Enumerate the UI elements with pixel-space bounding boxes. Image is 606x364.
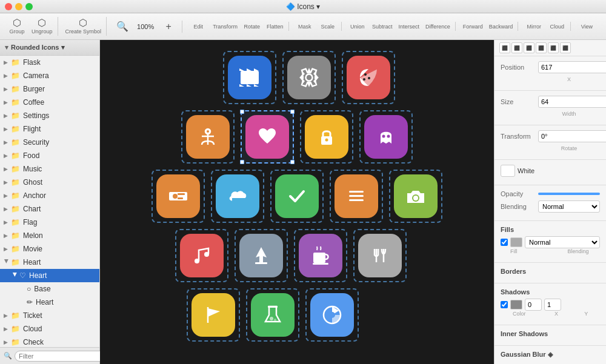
align-left-button[interactable]: ⬛ (499, 42, 510, 53)
svg-point-23 (173, 194, 178, 199)
sidebar-item-melon[interactable]: ▶ 📁 Melon (0, 229, 99, 242)
fill-blending-select[interactable]: Normal (525, 236, 600, 248)
intersect-button[interactable]: Intersect (396, 22, 422, 31)
sidebar-item-heart-shape[interactable]: ✏ Heart (0, 296, 99, 309)
sidebar-item-cloud[interactable]: ▶ 📁 Cloud (0, 322, 99, 336)
icon-cell-check[interactable] (270, 170, 324, 223)
sidebar-item-ticket[interactable]: ▶ 📁 Ticket (0, 309, 99, 322)
folder-icon: 📁 (11, 205, 20, 213)
search-input[interactable] (15, 351, 107, 362)
union-button[interactable]: Union (347, 22, 368, 31)
sidebar-item-movie[interactable]: ▶ 📁 Movie (0, 242, 99, 256)
align-bottom-button[interactable]: ⬛ (560, 42, 571, 53)
sidebar-item-music[interactable]: ▶ 📁 Music (0, 162, 99, 176)
icon-cell-movie[interactable] (223, 51, 276, 104)
gaussian-blur-section: Gaussian Blur ◈ (494, 346, 606, 364)
scale-button[interactable]: Scale (317, 22, 339, 31)
mirror-button[interactable]: Mirror (523, 22, 545, 31)
window-controls (5, 3, 33, 10)
icon-cell-music[interactable] (175, 229, 228, 282)
sidebar-item-chart[interactable]: ▶ 📁 Chart (0, 202, 99, 216)
sidebar-item-heart-group[interactable]: ▶ 📁 Heart (0, 256, 99, 269)
position-x-input[interactable] (538, 61, 606, 73)
icon-cell-flight[interactable] (235, 229, 288, 282)
sidebar-item-food[interactable]: ▶ 📁 Food (0, 149, 99, 162)
icon-cell-flask[interactable] (246, 288, 299, 342)
folder-icon: 📁 (11, 325, 20, 333)
rotate-input[interactable] (538, 130, 606, 142)
blending-select[interactable]: Normal (538, 200, 600, 213)
icon-cell-cloud[interactable] (211, 170, 264, 223)
cloud-button[interactable]: Cloud (546, 22, 568, 31)
opacity-slider[interactable] (538, 193, 600, 195)
icon-cell-ticket[interactable] (152, 170, 205, 223)
transform-button[interactable]: Transform (210, 22, 240, 31)
group-button[interactable]: ⬡ Group (6, 17, 28, 36)
view-button[interactable]: View (576, 22, 598, 31)
sidebar-item-check[interactable]: ▶ 📁 Check (0, 336, 99, 347)
difference-button[interactable]: Difference (423, 22, 453, 31)
icon-cell-food[interactable] (353, 229, 407, 282)
align-right-button[interactable]: ⬛ (524, 42, 534, 53)
align-center-v-button[interactable]: ⬛ (548, 42, 559, 53)
sidebar-item-flight[interactable]: ▶ 📁 Flight (0, 122, 99, 136)
sidebar-item-flask[interactable]: ▶ 📁 Flask (0, 56, 99, 69)
size-width-input[interactable] (538, 96, 606, 108)
icon-cell-melon[interactable] (342, 51, 395, 104)
shadow-color-swatch[interactable] (510, 300, 522, 309)
edit-button[interactable]: Edit (187, 22, 209, 31)
icon-cell-flag[interactable] (187, 288, 240, 342)
svg-point-13 (363, 78, 365, 81)
fill-color-swatch[interactable] (510, 237, 522, 247)
disclosure-arrow: ▶ (4, 313, 10, 319)
minimize-button[interactable] (15, 3, 22, 10)
sidebar-item-ghost[interactable]: ▶ 📁 Ghost (0, 176, 99, 189)
ungroup-button[interactable]: ⬡ Ungroup (29, 17, 55, 36)
shadow-x-input[interactable] (525, 299, 542, 311)
disclosure-arrow: ▶ (4, 153, 10, 159)
icon-cell-coffee[interactable] (294, 229, 347, 282)
align-center-h-button[interactable]: ⬛ (511, 42, 522, 53)
sidebar-item-heart-base[interactable]: ○ Base (0, 282, 99, 296)
sidebar-item-heart-sub[interactable]: ▶ ♡ Heart (0, 269, 99, 282)
subtract-button[interactable]: Subtract (370, 22, 395, 31)
sidebar-header[interactable]: ▾ Rounded Icons ▾ (0, 40, 99, 56)
create-symbol-button[interactable]: ⬡ Create Symbol (63, 17, 104, 36)
icon-cell-camera[interactable] (389, 170, 442, 223)
canvas-area[interactable] (100, 40, 494, 364)
close-button[interactable] (5, 3, 12, 10)
icon-cell-chart[interactable] (305, 288, 359, 342)
disclosure-arrow: ▶ (4, 86, 10, 92)
sidebar-item-burger[interactable]: ▶ 📁 Burger (0, 82, 99, 96)
blending-row: Blending Normal (501, 200, 600, 213)
sidebar-item-security[interactable]: ▶ 📁 Security (0, 136, 99, 149)
backward-button[interactable]: Backward (487, 22, 516, 31)
align-top-button[interactable]: ⬛ (536, 42, 547, 53)
zoom-out-button[interactable]: 🔍 (112, 21, 133, 33)
icon-cell-anchor[interactable] (181, 110, 235, 164)
sidebar-item-camera[interactable]: ▶ 📁 Camera (0, 69, 99, 82)
icon-cell-heart[interactable] (241, 110, 294, 164)
zoom-in-button[interactable]: + (158, 21, 179, 33)
flatten-button[interactable]: Flatten (264, 22, 286, 31)
sidebar-item-anchor[interactable]: ▶ 📁 Anchor (0, 189, 99, 202)
sidebar-item-coffee[interactable]: ▶ 📁 Coffee (0, 96, 99, 109)
maximize-button[interactable] (25, 3, 33, 10)
rotate-button[interactable]: Rotate (241, 22, 263, 31)
forward-button[interactable]: Forward (461, 22, 485, 31)
icon-cell-settings[interactable] (282, 51, 336, 104)
zoom-in-icon: + (166, 22, 171, 31)
icon-cell-burger[interactable] (330, 170, 383, 223)
mask-button[interactable]: Mask (294, 22, 316, 31)
color-swatch[interactable] (501, 165, 515, 177)
size-width-label-row: Width (501, 111, 600, 117)
icon-cell-ghost[interactable] (359, 110, 413, 164)
svg-marker-1 (254, 68, 259, 71)
icon-cell-lock[interactable] (300, 110, 353, 164)
fill-checkbox[interactable] (501, 239, 508, 246)
sidebar-item-settings[interactable]: ▶ 📁 Settings (0, 109, 99, 122)
sidebar-item-flag[interactable]: ▶ 📁 Flag (0, 216, 99, 229)
shadow-checkbox[interactable] (501, 301, 508, 308)
width-label: Width (538, 111, 600, 117)
shadow-y-input[interactable] (544, 299, 561, 311)
